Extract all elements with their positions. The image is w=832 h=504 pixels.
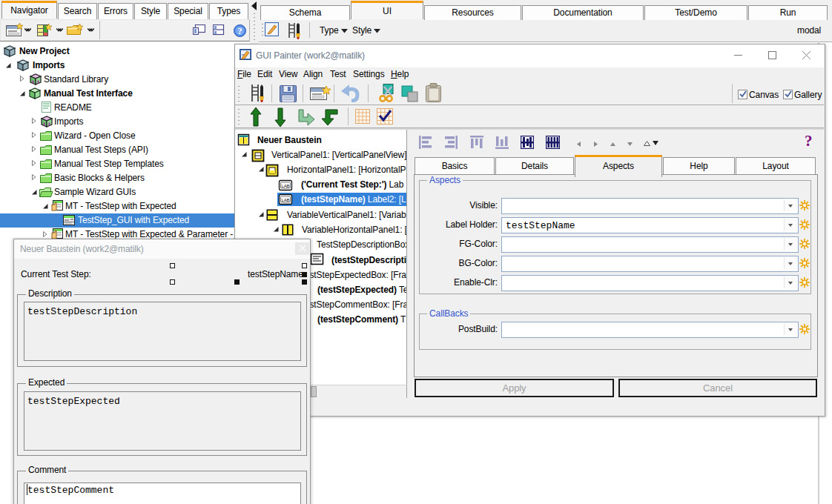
svg-text:?: ?: [238, 26, 242, 36]
